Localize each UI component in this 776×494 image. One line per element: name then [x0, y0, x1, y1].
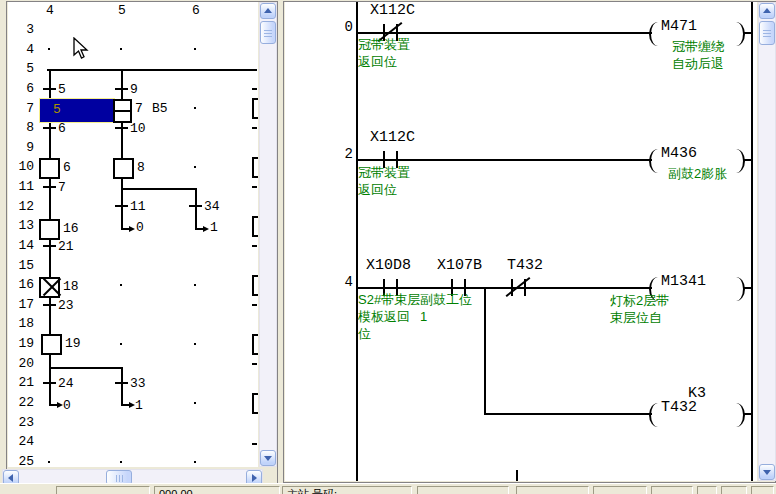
status-cell [721, 486, 747, 494]
sfc-row-number: 7 [8, 102, 34, 115]
device-comment: 返回位 [358, 54, 397, 70]
sfc-transition[interactable] [115, 382, 128, 384]
sfc-row-number: 23 [8, 416, 34, 429]
sfc-step-label: 6 [63, 161, 71, 174]
sfc-step-label: 16 [63, 222, 79, 235]
sfc-row-number: 24 [8, 435, 34, 448]
sfc-clipped-step [252, 393, 258, 414]
sfc-row-number: 16 [8, 278, 34, 291]
sfc-clipped-transition [252, 304, 257, 306]
sfc-transition[interactable] [43, 245, 56, 247]
sfc-transition-label: 24 [58, 377, 74, 390]
device-label: T432 [507, 259, 543, 273]
sfc-branch-line [121, 188, 197, 190]
sfc-step-label: 18 [63, 280, 79, 293]
sfc-vertical-scrollbar[interactable] [259, 2, 277, 467]
sfc-transition[interactable] [43, 127, 56, 129]
sfc-grid-dot [120, 48, 122, 50]
sfc-transition-label: 10 [130, 122, 146, 135]
sfc-clipped-step [252, 216, 258, 237]
sfc-row-number: 13 [8, 219, 34, 232]
sfc-column-header: 4 [42, 4, 58, 17]
sfc-transition-label: 7 [58, 181, 66, 194]
scroll-down-button[interactable] [759, 464, 775, 480]
sfc-transition[interactable] [43, 382, 56, 384]
sfc-transition[interactable] [115, 205, 128, 207]
sfc-line [195, 188, 197, 230]
sfc-transition-label: 9 [130, 83, 138, 96]
sfc-clipped-step [252, 334, 258, 355]
sfc-transition[interactable] [115, 88, 128, 90]
sfc-grid-dot [194, 343, 196, 345]
device-label: X10D8 [366, 259, 411, 273]
scroll-up-button[interactable] [260, 3, 276, 19]
sfc-row-number: 25 [8, 455, 34, 468]
sfc-transition[interactable] [115, 127, 128, 129]
sfc-transition[interactable] [43, 186, 56, 188]
scroll-up-button[interactable] [759, 3, 775, 19]
coil-comment: 束层位自 [610, 310, 662, 326]
sfc-transition-label: 33 [130, 377, 146, 390]
sfc-step-box[interactable] [39, 158, 60, 179]
sfc-grid-dot [194, 402, 196, 404]
rung-line [357, 287, 652, 289]
sfc-step-box[interactable] [41, 334, 62, 355]
coil-comment: 自动后退 [672, 56, 724, 72]
sfc-grid-dot [194, 166, 196, 168]
ladder-vertical-scrollbar[interactable] [758, 2, 776, 481]
sfc-clipped-transition [252, 88, 257, 90]
coil-comment: 副鼓2膨胀 [668, 166, 727, 182]
sfc-transition-label: 5 [58, 83, 66, 96]
device-label: X107B [437, 259, 482, 273]
right-power-rail [751, 2, 753, 481]
sfc-jump-arrowhead [203, 226, 209, 232]
device-comment: 冠带装置 [358, 165, 410, 181]
coil-comment: 冠带缠绕 [672, 39, 724, 55]
sfc-transition-label: 23 [58, 299, 74, 312]
sfc-row-number: 15 [8, 259, 34, 272]
sfc-grid-dot [120, 461, 122, 463]
sfc-step-box[interactable] [39, 219, 60, 240]
sfc-jump-arrowhead [129, 226, 135, 232]
sfc-transition[interactable] [189, 205, 202, 207]
sfc-row-number: 4 [8, 43, 34, 56]
scroll-thumb[interactable] [759, 21, 775, 45]
sfc-grid-dot [194, 284, 196, 286]
sfc-transition[interactable] [43, 88, 56, 90]
sfc-row-number: 3 [8, 23, 34, 36]
left-power-rail [356, 2, 358, 481]
sfc-branch-line [49, 367, 123, 369]
status-cell [516, 486, 589, 494]
scroll-thumb[interactable] [260, 21, 276, 44]
sfc-jump-label: 0 [63, 399, 71, 412]
branch-line [484, 287, 486, 415]
sfc-row-number: 8 [8, 121, 34, 134]
status-cell [56, 486, 150, 494]
sfc-block-label: B5 [152, 102, 168, 115]
sfc-selected-cell[interactable] [39, 98, 115, 123]
rung-line [357, 32, 652, 34]
sfc-clipped-transition [252, 443, 257, 445]
rung-number: 2 [333, 147, 353, 161]
device-comment: 冠带装置 [358, 37, 410, 53]
sfc-column-header: 5 [114, 4, 130, 17]
sfc-row-number: 20 [8, 357, 34, 370]
scroll-down-button[interactable] [260, 450, 276, 466]
sfc-clipped-transition [252, 363, 257, 365]
sfc-step-box[interactable] [113, 158, 134, 179]
sfc-line [47, 69, 257, 71]
device-label: X112C [370, 131, 415, 145]
status-cell [651, 486, 693, 494]
sfc-grid-dot [194, 107, 196, 109]
sfc-clipped-step [252, 275, 258, 296]
sfc-row-number: 12 [8, 200, 34, 213]
sfc-selected-step-label: 5 [53, 103, 61, 116]
sfc-step-label: 7 [135, 102, 143, 115]
sfc-transition[interactable] [43, 304, 56, 306]
status-cell [417, 486, 509, 494]
sfc-step-label: 19 [65, 337, 81, 350]
sfc-jump-label: 1 [210, 221, 218, 234]
coil-device-label: M1341 [661, 275, 706, 289]
sfc-step-label: 8 [137, 161, 145, 174]
sfc-row-number: 17 [8, 298, 34, 311]
